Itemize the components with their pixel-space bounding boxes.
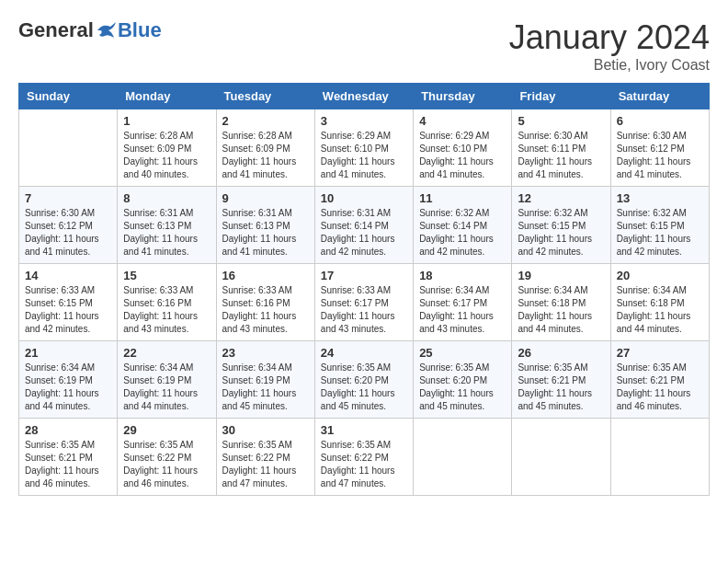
calendar-cell: 30Sunrise: 6:35 AM Sunset: 6:22 PM Dayli… [216, 419, 314, 496]
calendar-cell: 2Sunrise: 6:28 AM Sunset: 6:09 PM Daylig… [216, 109, 314, 187]
calendar-cell: 23Sunrise: 6:34 AM Sunset: 6:19 PM Dayli… [216, 341, 314, 419]
day-number: 4 [419, 114, 506, 128]
day-number: 16 [222, 269, 309, 282]
day-number: 31 [321, 423, 407, 437]
day-number: 17 [321, 269, 407, 282]
day-number: 20 [617, 269, 703, 282]
day-info: Sunrise: 6:28 AM Sunset: 6:09 PM Dayligh… [222, 130, 309, 181]
calendar-cell: 25Sunrise: 6:35 AM Sunset: 6:20 PM Dayli… [414, 341, 512, 419]
day-number: 2 [222, 114, 309, 128]
calendar-cell: 11Sunrise: 6:32 AM Sunset: 6:14 PM Dayli… [414, 187, 512, 264]
day-number: 6 [617, 114, 703, 128]
calendar-cell: 29Sunrise: 6:35 AM Sunset: 6:22 PM Dayli… [118, 419, 216, 496]
calendar-cell: 4Sunrise: 6:29 AM Sunset: 6:10 PM Daylig… [414, 109, 512, 187]
calendar-cell [610, 419, 709, 496]
calendar-cell: 28Sunrise: 6:35 AM Sunset: 6:21 PM Dayli… [19, 419, 118, 496]
calendar-week-row: 21Sunrise: 6:34 AM Sunset: 6:19 PM Dayli… [19, 341, 710, 419]
calendar-body: 1Sunrise: 6:28 AM Sunset: 6:09 PM Daylig… [19, 109, 710, 496]
calendar-cell: 14Sunrise: 6:33 AM Sunset: 6:15 PM Dayli… [19, 264, 118, 341]
day-of-week-header: Sunday [19, 84, 118, 109]
day-info: Sunrise: 6:28 AM Sunset: 6:09 PM Dayligh… [123, 130, 210, 181]
calendar-cell [414, 419, 512, 496]
day-info: Sunrise: 6:35 AM Sunset: 6:20 PM Dayligh… [419, 362, 506, 413]
day-number: 29 [123, 423, 210, 437]
calendar-cell: 21Sunrise: 6:34 AM Sunset: 6:19 PM Dayli… [19, 341, 118, 419]
day-of-week-header: Saturday [610, 84, 709, 109]
calendar-week-row: 14Sunrise: 6:33 AM Sunset: 6:15 PM Dayli… [19, 264, 710, 341]
calendar-cell: 8Sunrise: 6:31 AM Sunset: 6:13 PM Daylig… [118, 187, 216, 264]
calendar-week-row: 1Sunrise: 6:28 AM Sunset: 6:09 PM Daylig… [19, 109, 710, 187]
month-title: January 2024 [509, 18, 710, 57]
logo-blue-text: Blue [118, 18, 162, 42]
day-number: 22 [123, 346, 210, 360]
day-info: Sunrise: 6:30 AM Sunset: 6:11 PM Dayligh… [518, 130, 604, 181]
day-of-week-header: Friday [512, 84, 610, 109]
day-number: 24 [321, 346, 407, 360]
day-number: 27 [617, 346, 703, 360]
day-info: Sunrise: 6:33 AM Sunset: 6:16 PM Dayligh… [123, 284, 210, 336]
calendar-cell: 24Sunrise: 6:35 AM Sunset: 6:20 PM Dayli… [314, 341, 413, 419]
day-info: Sunrise: 6:32 AM Sunset: 6:15 PM Dayligh… [617, 207, 703, 259]
day-info: Sunrise: 6:34 AM Sunset: 6:18 PM Dayligh… [617, 284, 703, 336]
day-info: Sunrise: 6:35 AM Sunset: 6:21 PM Dayligh… [617, 362, 703, 413]
day-number: 30 [222, 423, 309, 437]
calendar-cell: 3Sunrise: 6:29 AM Sunset: 6:10 PM Daylig… [314, 109, 413, 187]
day-of-week-header: Tuesday [216, 84, 314, 109]
day-info: Sunrise: 6:33 AM Sunset: 6:15 PM Dayligh… [25, 284, 111, 336]
calendar-cell: 17Sunrise: 6:33 AM Sunset: 6:17 PM Dayli… [314, 264, 413, 341]
calendar-cell: 13Sunrise: 6:32 AM Sunset: 6:15 PM Dayli… [610, 187, 709, 264]
day-info: Sunrise: 6:35 AM Sunset: 6:22 PM Dayligh… [222, 439, 309, 490]
day-number: 13 [617, 191, 703, 205]
day-of-week-header: Wednesday [314, 84, 413, 109]
day-info: Sunrise: 6:34 AM Sunset: 6:19 PM Dayligh… [25, 362, 111, 413]
calendar-cell [512, 419, 610, 496]
day-info: Sunrise: 6:31 AM Sunset: 6:14 PM Dayligh… [321, 207, 407, 259]
day-info: Sunrise: 6:32 AM Sunset: 6:15 PM Dayligh… [518, 207, 604, 259]
calendar-cell: 31Sunrise: 6:35 AM Sunset: 6:22 PM Dayli… [314, 419, 413, 496]
day-info: Sunrise: 6:35 AM Sunset: 6:22 PM Dayligh… [321, 439, 407, 490]
day-number: 23 [222, 346, 309, 360]
day-info: Sunrise: 6:35 AM Sunset: 6:21 PM Dayligh… [518, 362, 604, 413]
day-info: Sunrise: 6:31 AM Sunset: 6:13 PM Dayligh… [222, 207, 309, 259]
calendar-week-row: 28Sunrise: 6:35 AM Sunset: 6:21 PM Dayli… [19, 419, 710, 496]
day-number: 5 [518, 114, 604, 128]
calendar-cell: 27Sunrise: 6:35 AM Sunset: 6:21 PM Dayli… [610, 341, 709, 419]
day-info: Sunrise: 6:34 AM Sunset: 6:19 PM Dayligh… [123, 362, 210, 413]
day-info: Sunrise: 6:32 AM Sunset: 6:14 PM Dayligh… [419, 207, 506, 259]
day-info: Sunrise: 6:30 AM Sunset: 6:12 PM Dayligh… [25, 207, 111, 259]
day-number: 1 [123, 114, 210, 128]
calendar-cell: 10Sunrise: 6:31 AM Sunset: 6:14 PM Dayli… [314, 187, 413, 264]
calendar-cell: 1Sunrise: 6:28 AM Sunset: 6:09 PM Daylig… [118, 109, 216, 187]
calendar-cell: 20Sunrise: 6:34 AM Sunset: 6:18 PM Dayli… [610, 264, 709, 341]
day-number: 19 [518, 269, 604, 282]
title-section: January 2024 Betie, Ivory Coast [509, 18, 710, 74]
day-info: Sunrise: 6:29 AM Sunset: 6:10 PM Dayligh… [321, 130, 407, 181]
calendar-cell: 7Sunrise: 6:30 AM Sunset: 6:12 PM Daylig… [19, 187, 118, 264]
day-info: Sunrise: 6:33 AM Sunset: 6:16 PM Dayligh… [222, 284, 309, 336]
day-number: 15 [123, 269, 210, 282]
day-number: 14 [25, 269, 111, 282]
day-number: 8 [123, 191, 210, 205]
logo: General Blue [18, 18, 162, 42]
day-number: 21 [25, 346, 111, 360]
day-info: Sunrise: 6:35 AM Sunset: 6:21 PM Dayligh… [25, 439, 111, 490]
day-info: Sunrise: 6:30 AM Sunset: 6:12 PM Dayligh… [617, 130, 703, 181]
day-number: 11 [419, 191, 506, 205]
day-number: 18 [419, 269, 506, 282]
calendar-table: SundayMondayTuesdayWednesdayThursdayFrid… [18, 83, 710, 496]
logo-general-text: General [18, 18, 94, 42]
calendar-cell [19, 109, 118, 187]
day-of-week-header: Thursday [414, 84, 512, 109]
calendar-cell: 26Sunrise: 6:35 AM Sunset: 6:21 PM Dayli… [512, 341, 610, 419]
day-info: Sunrise: 6:34 AM Sunset: 6:18 PM Dayligh… [518, 284, 604, 336]
calendar-cell: 12Sunrise: 6:32 AM Sunset: 6:15 PM Dayli… [512, 187, 610, 264]
calendar-cell: 22Sunrise: 6:34 AM Sunset: 6:19 PM Dayli… [118, 341, 216, 419]
location-title: Betie, Ivory Coast [509, 57, 710, 74]
calendar-cell: 5Sunrise: 6:30 AM Sunset: 6:11 PM Daylig… [512, 109, 610, 187]
day-of-week-header: Monday [118, 84, 216, 109]
day-number: 28 [25, 423, 111, 437]
logo-bird-icon [96, 21, 118, 40]
day-info: Sunrise: 6:29 AM Sunset: 6:10 PM Dayligh… [419, 130, 506, 181]
page-header: General Blue January 2024 Betie, Ivory C… [18, 18, 710, 74]
calendar-cell: 16Sunrise: 6:33 AM Sunset: 6:16 PM Dayli… [216, 264, 314, 341]
